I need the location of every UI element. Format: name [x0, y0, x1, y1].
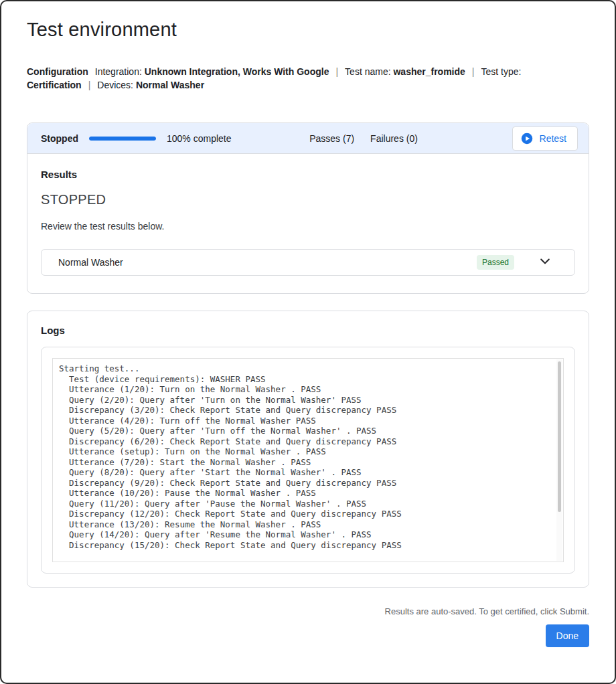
- config-devices-key: Devices:: [97, 80, 133, 90]
- retest-button-label: Retest: [540, 133, 566, 144]
- status-badge: Passed: [477, 255, 514, 270]
- log-scrollbar[interactable]: [556, 359, 562, 561]
- device-name: Normal Washer: [58, 257, 123, 268]
- config-devices-value: Normal Washer: [136, 80, 204, 90]
- done-button[interactable]: Done: [546, 624, 589, 647]
- log-scrollbar-thumb[interactable]: [558, 361, 561, 512]
- results-status-text: STOPPED: [41, 192, 575, 207]
- device-result-row[interactable]: Normal Washer Passed: [41, 249, 575, 276]
- test-status-bar: Stopped 100% complete Passes (7) Failure…: [27, 123, 589, 154]
- config-separator: |: [335, 66, 338, 77]
- logs-section: Logs Starting test... Test (device requi…: [27, 311, 589, 588]
- logs-heading: Logs: [41, 325, 575, 336]
- passes-count: Passes (7): [309, 133, 354, 144]
- config-test-name-key: Test name:: [345, 66, 390, 77]
- log-output-text: Starting test... Test (device requiremen…: [59, 363, 552, 550]
- config-test-type-key: Test type:: [481, 66, 521, 77]
- results-section: Results STOPPED Review the test results …: [27, 154, 589, 293]
- progress-percent-label: 100% complete: [167, 133, 232, 144]
- configuration-summary: ConfigurationIntegration: Unknown Integr…: [27, 65, 589, 92]
- status-results-card: Stopped 100% complete Passes (7) Failure…: [27, 122, 589, 294]
- failures-count: Failures (0): [370, 133, 418, 144]
- config-separator: |: [472, 66, 475, 77]
- config-label: Configuration: [27, 66, 88, 77]
- play-icon: [521, 133, 533, 145]
- results-heading: Results: [41, 169, 575, 180]
- config-test-name-value: washer_fromide: [393, 66, 465, 77]
- log-output-box[interactable]: Starting test... Test (device requiremen…: [52, 358, 564, 562]
- progress-bar-fill: [89, 137, 156, 141]
- test-environment-page: Test environment ConfigurationIntegratio…: [0, 0, 616, 684]
- config-integration-key: Integration:: [95, 66, 142, 77]
- autosave-note: Results are auto-saved. To get certified…: [27, 606, 589, 616]
- footer-actions: Done: [27, 624, 589, 647]
- config-integration-value: Unknown Integration, Works With Google: [145, 66, 329, 77]
- chevron-down-icon[interactable]: [538, 254, 552, 270]
- results-description: Review the test results below.: [41, 221, 575, 232]
- config-separator: |: [88, 80, 91, 90]
- logs-panel: Starting test... Test (device requiremen…: [41, 347, 575, 574]
- test-state-label: Stopped: [41, 133, 78, 144]
- retest-button[interactable]: Retest: [512, 126, 578, 151]
- page-title: Test environment: [27, 19, 589, 41]
- config-test-type-value: Certification: [27, 80, 82, 90]
- progress-bar: [89, 137, 156, 141]
